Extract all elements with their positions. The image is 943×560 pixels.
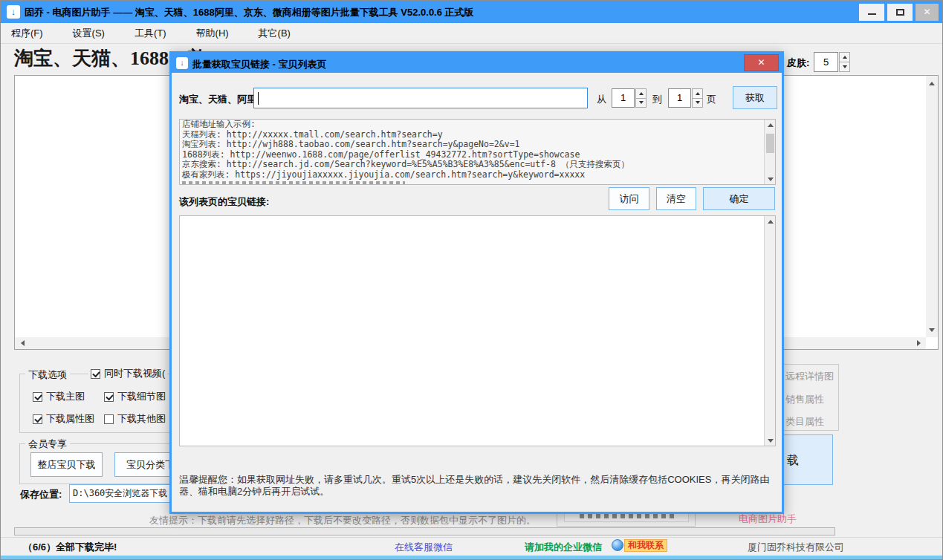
right-option-remote-detail: 远程详情图 <box>785 370 834 383</box>
to-down-button[interactable] <box>692 99 703 108</box>
scroll-up-button[interactable] <box>765 216 776 227</box>
wechat-link[interactable]: 请加我的企业微信 <box>525 541 602 554</box>
scroll-up-icon <box>768 220 774 224</box>
assistant-link[interactable]: 电商图片助手 <box>739 512 797 526</box>
bottom-accent-strip <box>1 556 942 560</box>
download-status-text: （6/6）全部下载完毕! <box>23 541 117 554</box>
to-up-button[interactable] <box>692 88 703 99</box>
skin-value[interactable]: 5 <box>814 52 838 72</box>
app-window: ↓ 固乔 - 电商图片助手 —— 淘宝、天猫、1688阿里、京东、微商相册等图片… <box>0 0 943 560</box>
clipped-text-fragment <box>580 514 676 518</box>
batch-fetch-dialog: ↓ 批量获取宝贝链接 - 宝贝列表页 ✕ 淘宝、天猫、阿里列表地址: 从 1 到… <box>169 51 784 514</box>
download-button-label: 载 <box>787 453 799 469</box>
example-line: 淘宝列表: http://wjh888.taobao.com/search.ht… <box>180 140 775 150</box>
company-name: 厦门固乔科技有限公司 <box>748 541 844 554</box>
example-scrollbar[interactable] <box>764 120 775 184</box>
from-up-button[interactable] <box>635 88 647 99</box>
menu-tools[interactable]: 工具(T) <box>127 23 174 43</box>
checkbox-label: 同时下载视频( <box>104 367 165 380</box>
qq-face-icon[interactable] <box>612 539 623 551</box>
from-page-stepper <box>635 88 647 108</box>
save-location-label: 保存位置: <box>20 488 62 501</box>
fetch-button[interactable]: 获取 <box>733 86 777 109</box>
from-down-button[interactable] <box>635 99 647 108</box>
example-line: 1688列表: http://weenwo.1688.com/page/offe… <box>180 150 775 160</box>
checkbox-download-attribute-image[interactable]: 下载属性图 <box>30 412 97 426</box>
menu-other[interactable]: 其它(B) <box>251 23 298 43</box>
contact-me-chip[interactable]: 和我联系 <box>624 539 667 552</box>
minimize-button[interactable] <box>859 4 884 21</box>
vip-group-label: 会员专享 <box>25 437 70 451</box>
menu-bar: 程序(F) 设置(S) 工具(T) 帮助(H) 其它(B) <box>1 23 942 44</box>
skin-up-button[interactable] <box>839 52 850 62</box>
fetched-links-list[interactable] <box>179 215 776 446</box>
scroll-down-icon <box>768 178 774 181</box>
up-arrow-icon <box>639 92 644 95</box>
scroll-down-button[interactable] <box>765 435 776 446</box>
dialog-logo-icon: ↓ <box>176 57 188 69</box>
checkbox-label: 下载其他图 <box>117 412 166 426</box>
text-caret <box>258 92 259 105</box>
checkbox-box <box>33 392 42 402</box>
checkbox-download-video[interactable]: 同时下载视频( <box>88 367 167 380</box>
download-options-label: 下载选项 <box>25 368 70 382</box>
up-arrow-icon <box>696 92 700 95</box>
main-vertical-scrollbar[interactable] <box>926 76 938 337</box>
scroll-down-icon <box>929 328 935 332</box>
example-line: 京东搜索: http://search.jd.com/Search?keywor… <box>180 160 775 170</box>
dialog-title-bar: ↓ 批量获取宝贝链接 - 宝贝列表页 ✕ <box>172 53 782 73</box>
from-label: 从 <box>597 93 606 106</box>
confirm-button[interactable]: 确定 <box>703 187 775 210</box>
download-arrow-icon: ↓ <box>180 58 184 67</box>
checkbox-box <box>104 414 114 424</box>
down-arrow-icon <box>843 65 847 68</box>
scroll-left-button[interactable] <box>16 337 28 349</box>
download-progress-bar <box>14 527 835 535</box>
checkbox-download-detail-image[interactable]: 下载细节图 <box>102 390 168 403</box>
skin-down-button[interactable] <box>839 62 850 72</box>
to-page-input[interactable]: 1 <box>668 88 691 108</box>
checkbox-label: 下载主图 <box>46 390 85 403</box>
right-option-category-attr: 类目属性 <box>785 415 824 429</box>
checkbox-download-other-image[interactable]: 下载其他图 <box>102 412 168 426</box>
dialog-title: 批量获取宝贝链接 - 宝贝列表页 <box>192 58 327 71</box>
visit-button[interactable]: 访问 <box>609 187 649 210</box>
up-arrow-icon <box>843 56 847 59</box>
scroll-down-icon <box>768 439 774 443</box>
statusbar-divider <box>1 537 942 538</box>
scroll-right-icon <box>917 340 921 346</box>
path-hint-text: 友情提示：下载前请先选择好路径，下载后不要改变路径，否则数据包中显示不了图片的。 <box>149 514 536 527</box>
clear-button[interactable]: 清空 <box>656 187 696 210</box>
scroll-right-button[interactable] <box>913 337 924 349</box>
checkbox-download-main-image[interactable]: 下载主图 <box>30 390 87 403</box>
right-option-sales-attr: 销售属性 <box>785 393 824 406</box>
menu-program[interactable]: 程序(F) <box>4 23 51 43</box>
scroll-down-button[interactable] <box>926 324 938 336</box>
scrollbar-thumb[interactable] <box>766 134 774 153</box>
checkbox-box <box>104 392 114 402</box>
maximize-button[interactable] <box>887 4 913 21</box>
scroll-up-icon <box>768 123 774 127</box>
scroll-up-button[interactable] <box>926 77 938 89</box>
list-url-input[interactable] <box>253 88 588 108</box>
from-page-input[interactable]: 1 <box>612 88 635 108</box>
scroll-up-button[interactable] <box>765 120 776 130</box>
clipped-text-fragment <box>182 181 405 184</box>
download-arrow-icon: ↓ <box>11 6 16 17</box>
menu-settings[interactable]: 设置(S) <box>65 23 112 43</box>
window-close-button[interactable]: ✕ <box>916 4 939 21</box>
to-label: 到 <box>652 93 662 106</box>
links-scrollbar[interactable] <box>764 216 775 446</box>
title-bar: ↓ 固乔 - 电商图片助手 —— 淘宝、天猫、1688阿里、京东、微商相册等图片… <box>1 1 942 23</box>
example-urls-box[interactable]: 店铺地址输入示例: 天猫列表: http://xxxxx.tmall.com/s… <box>179 119 776 185</box>
example-line: 极有家列表: https://jiyoujiaxxxxx.jiyoujia.co… <box>180 170 775 180</box>
online-service-link[interactable]: 在线客服微信 <box>395 541 453 554</box>
scroll-down-button[interactable] <box>765 174 776 184</box>
whole-shop-download-button[interactable]: 整店宝贝下载 <box>30 452 103 477</box>
dialog-close-button[interactable]: ✕ <box>744 54 779 71</box>
window-title: 固乔 - 电商图片助手 —— 淘宝、天猫、1688阿里、京东、微商相册等图片批量… <box>25 6 474 19</box>
menu-help[interactable]: 帮助(H) <box>189 23 236 43</box>
warm-tip-text: 温馨提醒您：如果获取网址失败，请多重试几次。重试5次以上还是失败的话，建议先关闭… <box>179 474 772 498</box>
scroll-left-icon <box>21 340 25 346</box>
down-arrow-icon <box>639 101 644 104</box>
